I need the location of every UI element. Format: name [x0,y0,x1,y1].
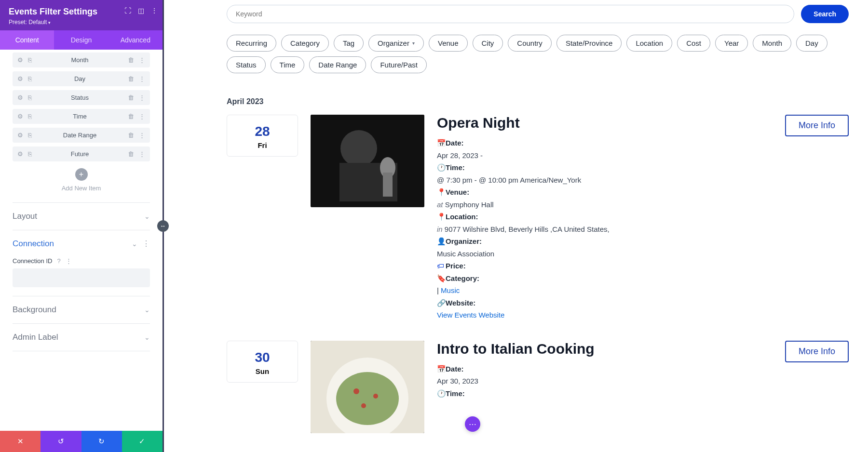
filter-chip-month[interactable]: Month [753,35,791,52]
event-title: Opera Night [437,115,773,131]
filter-chip-category[interactable]: Category [281,35,329,52]
tag-icon: 🏷 [437,260,444,272]
item-more-icon[interactable]: ⋮ [139,56,145,64]
filter-item-date-range[interactable]: ⚙⎘ Date Range 🗑⋮ [13,128,150,143]
duplicate-icon[interactable]: ⎘ [28,94,32,101]
section-layout[interactable]: Layout ⌄ [13,202,150,230]
date-number: 30 [227,350,298,365]
help-icon[interactable]: ? [57,257,60,265]
section-background[interactable]: Background ⌄ [13,296,150,323]
floating-action-button[interactable]: ⋯ [465,416,480,432]
item-label: Month [32,56,128,64]
tab-design[interactable]: Design [54,30,108,50]
event-website-link[interactable]: View Events Website [437,311,504,319]
event-category-link[interactable]: Music [441,286,460,294]
section-more-icon[interactable]: ⋮ [142,239,150,248]
section-admin-label[interactable]: Admin Label ⌄ [13,323,150,351]
item-more-icon[interactable]: ⋮ [139,75,145,82]
event-row: 28 Fri Opera Night 📅Date: Apr 28, 2023 -… [227,115,849,321]
more-info-button[interactable]: More Info [785,115,849,136]
gear-icon[interactable]: ⚙ [17,150,23,158]
filter-chip-cost[interactable]: Cost [677,35,710,52]
svg-point-10 [361,403,366,408]
event-image [311,341,424,433]
filter-chip-status[interactable]: Status [227,56,266,73]
keyword-input[interactable] [227,5,794,23]
filter-chip-venue[interactable]: Venue [429,35,468,52]
item-more-icon[interactable]: ⋮ [139,132,145,139]
section-connection[interactable]: Connection ⌄⋮ [13,230,150,257]
item-label: Day [32,75,128,82]
gear-icon[interactable]: ⚙ [17,132,23,139]
chevron-down-icon: ▾ [412,40,415,46]
item-more-icon[interactable]: ⋮ [139,113,145,120]
filter-chip-future-past[interactable]: Future/Past [371,56,427,73]
gear-icon[interactable]: ⚙ [17,56,23,64]
item-more-icon[interactable]: ⋮ [139,150,145,158]
tab-content[interactable]: Content [0,30,54,50]
cancel-button[interactable]: ✕ [0,431,41,452]
event-time: @ 7:30 pm - @ 10:00 pm America/New_York [437,174,773,186]
undo-button[interactable]: ↺ [41,431,81,452]
panel-icon[interactable]: ◫ [138,7,144,14]
gear-icon[interactable]: ⚙ [17,75,23,82]
clock-icon: 🕐 [437,161,444,174]
trash-icon[interactable]: 🗑 [128,94,134,101]
date-number: 28 [227,124,298,139]
filter-chip-time[interactable]: Time [271,56,305,73]
trash-icon[interactable]: 🗑 [128,75,134,82]
filter-item-future[interactable]: ⚙⎘ Future 🗑⋮ [13,146,150,161]
trash-icon[interactable]: 🗑 [128,150,134,158]
search-button[interactable]: Search [801,5,849,23]
filter-chip-recurring[interactable]: Recurring [227,35,276,52]
date-card: 30 Sun [227,341,298,383]
item-more-icon[interactable]: ⋮ [139,94,145,101]
item-label: Date Range [32,132,128,139]
add-item-button[interactable]: + [75,168,88,181]
field-more-icon[interactable]: ⋮ [66,257,72,265]
connection-id-input[interactable] [13,268,150,287]
calendar-icon: 📅 [437,363,444,375]
redo-button[interactable]: ↻ [81,431,122,452]
filter-chip-state-province[interactable]: State/Province [556,35,622,52]
filter-chip-date-range[interactable]: Date Range [309,56,366,73]
filter-item-status[interactable]: ⚙⎘ Status 🗑⋮ [13,90,150,105]
trash-icon[interactable]: 🗑 [128,113,134,120]
filter-item-time[interactable]: ⚙⎘ Time 🗑⋮ [13,109,150,124]
event-venue: Symphony Hall [445,200,494,209]
more-info-button[interactable]: More Info [785,341,849,362]
filter-chip-location[interactable]: Location [626,35,672,52]
gear-icon[interactable]: ⚙ [17,94,23,101]
link-icon: 🔗 [437,297,444,309]
item-label: Time [32,113,128,120]
filter-chip-tag[interactable]: Tag [334,35,364,52]
duplicate-icon[interactable]: ⎘ [28,113,32,120]
filter-chip-country[interactable]: Country [508,35,552,52]
trash-icon[interactable]: 🗑 [128,56,134,64]
svg-point-1 [340,130,377,167]
settings-sidebar: Events Filter Settings Preset: Default ⛶… [0,0,164,452]
duplicate-icon[interactable]: ⎘ [28,75,32,82]
save-button[interactable]: ✓ [122,431,163,452]
gear-icon[interactable]: ⚙ [17,113,23,120]
event-date: Apr 28, 2023 - [437,149,773,162]
filter-item-month[interactable]: ⚙⎘ Month 🗑⋮ [13,53,150,67]
filter-chip-day[interactable]: Day [796,35,827,52]
filter-chip-city[interactable]: City [473,35,503,52]
duplicate-icon[interactable]: ⎘ [28,56,32,64]
svg-point-7 [336,372,399,425]
filter-chips: RecurringCategoryTagOrganizer▾VenueCityC… [227,35,849,73]
pin-icon: 📍 [437,186,444,199]
tab-advanced[interactable]: Advanced [108,30,163,50]
item-label: Status [32,94,128,101]
preset-selector[interactable]: Preset: Default [9,19,154,26]
filter-chip-year[interactable]: Year [715,35,748,52]
filter-chip-organizer[interactable]: Organizer▾ [368,35,424,52]
event-image [311,115,424,207]
more-icon[interactable]: ⋮ [151,7,158,14]
duplicate-icon[interactable]: ⎘ [28,150,32,158]
filter-item-day[interactable]: ⚙⎘ Day 🗑⋮ [13,71,150,86]
expand-icon[interactable]: ⛶ [124,7,131,14]
trash-icon[interactable]: 🗑 [128,132,134,139]
duplicate-icon[interactable]: ⎘ [28,132,32,139]
